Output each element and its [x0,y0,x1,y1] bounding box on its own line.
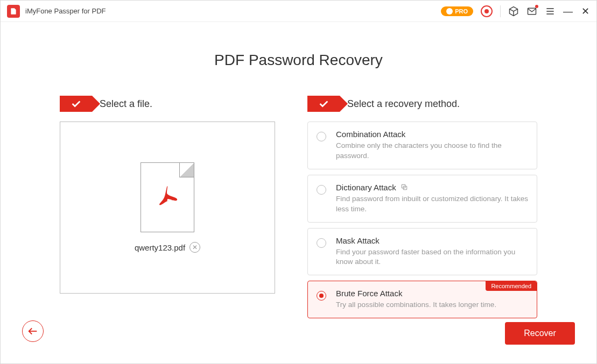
copy-icon [401,183,408,191]
app-window: iMyFone Passper for PDF PRO — ✕ PDF Pass… [0,0,597,364]
check-flag-icon [60,96,92,112]
content: Select a file. qwerty123.pdf ✕ [1,69,596,324]
right-panel: Select a recovery method. Combination At… [307,96,537,324]
method-desc: Combine only the characters you choose t… [336,141,528,161]
radio-icon [317,132,326,141]
select-method-label: Select a recovery method. [347,98,460,110]
method-title: Mask Attack [336,236,528,245]
method-desc: Find password from inbuilt or customized… [336,194,528,215]
user-icon[interactable] [481,5,493,17]
file-drop-area[interactable]: qwerty123.pdf ✕ [60,122,275,294]
close-button[interactable]: ✕ [580,6,590,16]
pro-badge[interactable]: PRO [441,6,473,16]
method-desc: Try all possible combinations. It takes … [336,300,496,310]
radio-icon [317,291,326,301]
select-file-label: Select a file. [100,98,152,110]
titlebar: iMyFone Passper for PDF PRO — ✕ [1,1,596,22]
radio-icon [317,238,326,248]
recommended-badge: Recommended [486,281,537,291]
check-flag-icon [307,96,340,112]
cube-icon[interactable] [508,6,519,17]
app-title: iMyFone Passper for PDF [25,7,106,15]
menu-icon[interactable] [545,6,556,17]
method-title: Combination Attack [336,130,528,139]
page-title: PDF Password Recovery [1,52,596,69]
divider [500,5,501,17]
method-mask[interactable]: Mask Attack Find your password faster ba… [307,228,537,276]
radio-icon [317,185,326,195]
method-title: Dictionary Attack [336,183,528,192]
minimize-button[interactable]: — [563,6,573,16]
mail-icon[interactable] [526,6,537,17]
left-panel: Select a file. qwerty123.pdf ✕ [60,96,275,324]
filename-label: qwerty123.pdf [135,243,185,252]
method-title: Brute Force Attack [336,289,496,298]
recover-button[interactable]: Recover [505,322,575,345]
back-button[interactable] [22,320,44,342]
method-dictionary[interactable]: Dictionary Attack Find password from inb… [307,175,537,223]
pdf-file-icon [141,162,194,232]
filename-row: qwerty123.pdf ✕ [135,242,200,253]
clear-file-button[interactable]: ✕ [189,242,200,253]
titlebar-right: PRO — ✕ [441,5,590,17]
select-file-header: Select a file. [60,96,275,112]
select-method-header: Select a recovery method. [307,96,537,112]
method-bruteforce[interactable]: Recommended Brute Force Attack Try all p… [307,281,537,318]
method-desc: Find your password faster based on the i… [336,247,528,268]
app-logo-icon [7,5,20,18]
method-combination[interactable]: Combination Attack Combine only the char… [307,122,537,169]
